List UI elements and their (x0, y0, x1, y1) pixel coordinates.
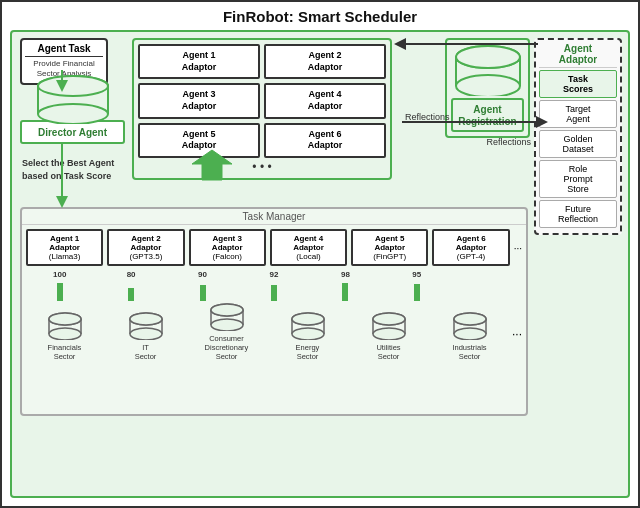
agent-registration-label: AgentRegistration (458, 104, 516, 127)
db-industrials-icon (452, 312, 488, 340)
svg-point-34 (373, 328, 405, 340)
bar-6 (383, 284, 450, 301)
bar-5 (312, 283, 379, 301)
tm-adaptor-3: Agent 3Adaptor(Falcon) (189, 229, 266, 266)
db-utilities-icon (371, 312, 407, 340)
db-energy: EnergySector (269, 312, 346, 361)
score-1: 100 (26, 270, 93, 279)
db-consumer: ConsumerDiscretionarySector (188, 303, 265, 361)
tm-adaptor-5: Agent 5Adaptor(FinGPT) (351, 229, 428, 266)
panel-item-task-scores: TaskScores (539, 70, 617, 98)
agent-task-label: Agent Task (25, 43, 103, 57)
sector-label-consumer: ConsumerDiscretionarySector (188, 334, 265, 361)
tm-adaptor-2: Agent 2Adaptor(GPT3.5) (107, 229, 184, 266)
svg-point-35 (373, 313, 405, 325)
db-it: ITSector (107, 312, 184, 361)
svg-point-10 (456, 46, 520, 68)
bar-2 (97, 288, 164, 301)
score-2: 80 (97, 270, 164, 279)
svg-point-39 (454, 328, 486, 340)
db-utilities: UtilitiesSector (350, 312, 427, 361)
tm-adaptors-row: Agent 1Adaptor(Llama3) Agent 2Adaptor(GP… (22, 225, 526, 270)
panel-item-golden-dataset: GoldenDataset (539, 130, 617, 158)
score-4: 92 (240, 270, 307, 279)
db-financials: FinancialsSector (26, 312, 103, 361)
score-dots (455, 270, 522, 279)
tm-adaptors-dots: ··· (514, 229, 522, 266)
svg-point-25 (211, 304, 243, 316)
sector-dots: ··· (512, 327, 522, 361)
director-db-icon (33, 74, 113, 124)
db-consumer-icon (209, 303, 245, 331)
db-industrials: IndustrialsSector (431, 312, 508, 361)
svg-point-9 (456, 75, 520, 96)
db-it-icon (128, 312, 164, 340)
panel-item-target-agent: TargetAgent (539, 100, 617, 128)
scores-row: 100 80 90 92 98 95 (22, 270, 526, 279)
adaptor-4: Agent 4Adaptor (264, 83, 386, 118)
svg-point-5 (38, 76, 108, 96)
adaptor-1: Agent 1Adaptor (138, 44, 260, 79)
bar-3 (169, 285, 236, 301)
agent-reg-db-icon (453, 44, 523, 96)
agent-adaptor-panel: AgentAdaptor TaskScores TargetAgent Gold… (534, 38, 622, 235)
svg-point-14 (49, 328, 81, 340)
adaptors-area: Agent 1Adaptor Agent 2Adaptor Agent 3Ada… (132, 38, 392, 180)
panel-item-future-reflection: FutureReflection (539, 200, 617, 228)
adaptors-grid: Agent 1Adaptor Agent 2Adaptor Agent 3Ada… (138, 44, 386, 158)
adaptor-6: Agent 6Adaptor (264, 123, 386, 158)
main-container: FinRobot: Smart Scheduler Agent Task Pro… (0, 0, 640, 508)
score-bars (22, 279, 526, 301)
task-manager-box: Task Manager Agent 1Adaptor(Llama3) Agen… (20, 207, 528, 416)
svg-point-20 (130, 313, 162, 325)
reflections-label: Reflections (486, 137, 531, 147)
outer-green-area: Agent Task Provide Financial Sector Anal… (10, 30, 630, 498)
adaptor-2: Agent 2Adaptor (264, 44, 386, 79)
score-6: 95 (383, 270, 450, 279)
sector-label-utilities: UtilitiesSector (350, 343, 427, 361)
svg-point-30 (292, 313, 324, 325)
sector-label-energy: EnergySector (269, 343, 346, 361)
score-5: 98 (312, 270, 379, 279)
svg-point-4 (38, 104, 108, 124)
tm-adaptor-1: Agent 1Adaptor(Llama3) (26, 229, 103, 266)
director-agent-area: Director Agent (20, 74, 125, 144)
director-agent-label: Director Agent (38, 127, 107, 138)
select-best-text: Select the Best Agent based on Task Scor… (22, 157, 132, 182)
agent-registration-label-box: AgentRegistration (451, 98, 524, 132)
bar-1 (26, 283, 93, 301)
tm-adaptor-4: Agent 4Adaptor(Local) (270, 229, 347, 266)
bar-4 (240, 285, 307, 301)
score-3: 90 (169, 270, 236, 279)
adaptor-3: Agent 3Adaptor (138, 83, 260, 118)
sector-label-it: ITSector (107, 343, 184, 361)
db-financials-icon (47, 312, 83, 340)
svg-point-40 (454, 313, 486, 325)
svg-point-19 (130, 328, 162, 340)
svg-point-15 (49, 313, 81, 325)
task-manager-label: Task Manager (22, 209, 526, 225)
agent-adaptor-panel-title: AgentAdaptor (539, 43, 617, 68)
agent-registration-box: AgentRegistration (445, 38, 530, 138)
panel-item-role-prompt: RolePromptStore (539, 160, 617, 198)
adaptor-5: Agent 5Adaptor (138, 123, 260, 158)
sector-label-industrials: IndustrialsSector (431, 343, 508, 361)
page-title: FinRobot: Smart Scheduler (2, 2, 638, 29)
svg-point-29 (292, 328, 324, 340)
adaptors-dots: • • • (138, 160, 386, 174)
svg-point-24 (211, 319, 243, 331)
db-cylinders-row: FinancialsSector ITSector (22, 301, 526, 361)
sector-label-financials: FinancialsSector (26, 343, 103, 361)
db-energy-icon (290, 312, 326, 340)
tm-adaptor-6: Agent 6Adaptor(GPT-4) (432, 229, 509, 266)
